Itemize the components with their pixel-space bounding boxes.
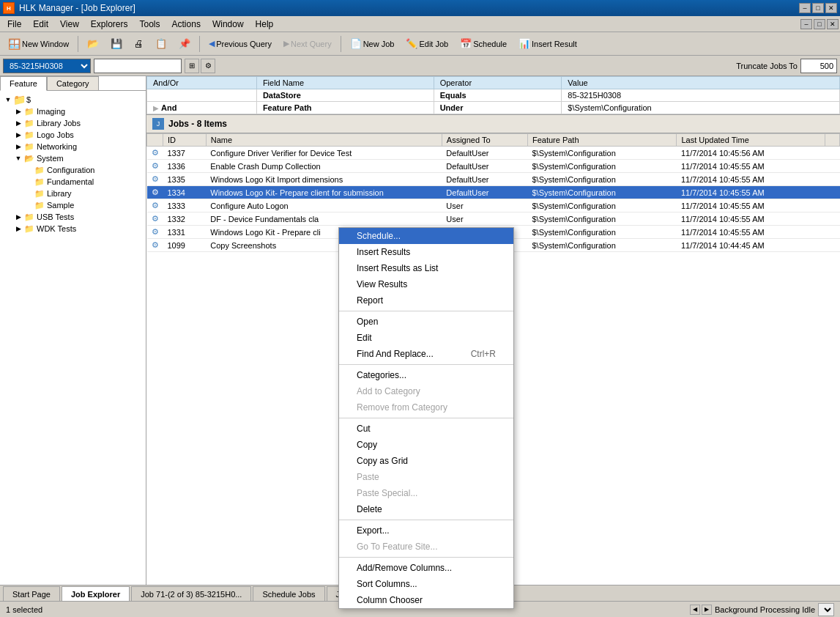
job-row-1332[interactable]: ⚙ 1332 DF - Device Fundamentals cla User…	[147, 213, 840, 226]
jobs-col-path[interactable]: Feature Path	[527, 134, 676, 147]
expand-root: ▼	[3, 96, 13, 103]
ctx-delete[interactable]: Delete	[339, 501, 513, 517]
edit-job-button[interactable]: ✏️ Edit Job	[401, 35, 453, 53]
tree-item-root[interactable]: ▼ 📁 $	[3, 94, 143, 106]
tree-item-sample[interactable]: 📁 Sample	[3, 199, 143, 211]
ctx-sort-columns[interactable]: Sort Columns...	[339, 576, 513, 592]
query-settings-icon[interactable]: ⚙	[201, 59, 215, 73]
ctx-remove-category[interactable]: Remove from Category	[339, 399, 513, 415]
job-path: $\System\Configuration	[527, 239, 676, 252]
job-assigned: DefaultUser	[442, 147, 527, 160]
menu-edit[interactable]: Edit	[27, 18, 54, 31]
tree-item-logo-jobs[interactable]: ▶ 📁 Logo Jobs	[3, 129, 143, 141]
ctx-insert-results-list[interactable]: Insert Results as List	[339, 260, 513, 276]
job-row-1335[interactable]: ⚙ 1335 Windows Logo Kit Import dimension…	[147, 173, 840, 186]
status-dropdown[interactable]	[818, 603, 834, 616]
job-path: $\System\Configuration	[527, 186, 676, 199]
print-button[interactable]: 🖨	[129, 35, 149, 53]
jobs-col-assigned[interactable]: Assigned To	[442, 134, 527, 147]
menu-tools[interactable]: Tools	[134, 18, 166, 31]
ctx-edit[interactable]: Edit	[339, 330, 513, 346]
ctx-copy[interactable]: Copy	[339, 437, 513, 453]
jobs-col-id[interactable]: ID	[163, 134, 207, 147]
query-icon-buttons: ⊞ ⚙	[185, 59, 215, 73]
tree-item-wdk-tests[interactable]: ▶ 📁 WDK Tests	[3, 223, 143, 234]
toolbar-separator-1	[78, 36, 78, 52]
close-button[interactable]: ✕	[825, 3, 837, 13]
ctx-add-category[interactable]: Add to Category	[339, 383, 513, 399]
tree-item-imaging[interactable]: ▶ 📁 Imaging	[3, 106, 143, 117]
tree-item-fundamental[interactable]: 📁 Fundamental	[3, 176, 143, 188]
ctx-view-results[interactable]: View Results	[339, 276, 513, 292]
new-window-button[interactable]: 🪟 New Window	[3, 35, 74, 53]
save-button[interactable]: 💾	[105, 35, 127, 53]
paste-button[interactable]: 📌	[174, 35, 196, 53]
job-row-1334[interactable]: ⚙ 1334 Windows Logo Kit- Prepare client …	[147, 186, 840, 199]
ctx-categories[interactable]: Categories...	[339, 367, 513, 383]
tree-item-library[interactable]: 📁 Library	[3, 188, 143, 199]
query-input[interactable]	[94, 59, 182, 73]
next-query-button[interactable]: ▶ Next Query	[278, 35, 337, 53]
menu-actions[interactable]: Actions	[166, 18, 207, 31]
tree-item-system[interactable]: ▼ 📂 System	[3, 152, 143, 164]
mdi-close[interactable]: ✕	[827, 19, 839, 29]
tree-item-configuration[interactable]: 📁 Configuration	[3, 164, 143, 176]
mdi-maximize[interactable]: □	[814, 19, 825, 29]
tree-item-library-jobs[interactable]: ▶ 📁 Library Jobs	[3, 117, 143, 129]
menu-window[interactable]: Window	[207, 18, 250, 31]
schedule-button[interactable]: 📅 Schedule	[455, 35, 512, 53]
nav-right[interactable]: ▶	[702, 605, 712, 615]
job-row-1333[interactable]: ⚙ 1333 Configure Auto Logon User $\Syste…	[147, 199, 840, 213]
tab-category[interactable]: Category	[47, 76, 99, 90]
ctx-find-replace[interactable]: Find And Replace...Ctrl+R	[339, 346, 513, 362]
previous-query-button[interactable]: ◀ Previous Query	[204, 35, 277, 53]
job-updated: 11/7/2014 10:45:55 AM	[677, 173, 825, 186]
tab-job-71[interactable]: Job 71-(2 of 3) 85-3215H0...	[131, 586, 251, 601]
tab-job-explorer[interactable]: Job Explorer	[62, 586, 130, 601]
ctx-sep-1	[339, 311, 513, 311]
library-jobs-folder-icon: 📁	[23, 118, 35, 128]
jobs-col-name[interactable]: Name	[206, 134, 442, 147]
ctx-add-remove-columns[interactable]: Add/Remove Columns...	[339, 560, 513, 576]
ctx-report[interactable]: Report	[339, 292, 513, 308]
ctx-column-chooser[interactable]: Column Chooser	[339, 592, 513, 608]
job-row-1337[interactable]: ⚙ 1337 Configure Driver Verifier for Dev…	[147, 147, 840, 160]
insert-result-button[interactable]: 📊 Insert Result	[513, 35, 582, 53]
ctx-schedule[interactable]: Schedule...	[339, 228, 513, 244]
menu-view[interactable]: View	[54, 18, 85, 31]
tab-schedule-jobs[interactable]: Schedule Jobs	[253, 586, 324, 601]
open-button[interactable]: 📂	[82, 35, 104, 53]
menu-file[interactable]: File	[1, 18, 27, 31]
cond1-field: DataStore	[256, 89, 434, 102]
nav-left[interactable]: ◀	[690, 605, 700, 615]
minimize-button[interactable]: –	[799, 3, 811, 13]
ctx-insert-results[interactable]: Insert Results	[339, 244, 513, 260]
ctx-open[interactable]: Open	[339, 314, 513, 330]
tab-start-page[interactable]: Start Page	[3, 586, 60, 601]
truncate-input[interactable]	[800, 59, 837, 73]
jobs-col-updated[interactable]: Last Updated Time	[677, 134, 825, 147]
expand-imaging: ▶	[13, 108, 23, 115]
tree-item-networking[interactable]: ▶ 📁 Networking	[3, 141, 143, 152]
ctx-cut[interactable]: Cut	[339, 421, 513, 437]
query-grid-icon[interactable]: ⊞	[185, 59, 199, 73]
tree-item-usb-tests[interactable]: ▶ 📁 USB Tests	[3, 211, 143, 223]
cond1-andor	[147, 89, 257, 102]
expand-library-jobs: ▶	[13, 119, 23, 127]
query-dropdown[interactable]: 85-3215H0308	[3, 59, 91, 73]
tab-feature[interactable]: Feature	[0, 76, 47, 91]
menu-help[interactable]: Help	[250, 18, 280, 31]
ctx-copy-grid[interactable]: Copy as Grid	[339, 453, 513, 469]
ctx-export[interactable]: Export...	[339, 522, 513, 539]
new-job-button[interactable]: 📄 New Job	[345, 35, 400, 53]
ctx-paste-special[interactable]: Paste Special...	[339, 485, 513, 501]
menu-explorers[interactable]: Explorers	[85, 18, 134, 31]
job-assigned: DefaultUser	[442, 160, 527, 173]
ctx-go-feature-site[interactable]: Go To Feature Site...	[339, 539, 513, 555]
mdi-minimize[interactable]: –	[800, 19, 812, 29]
copy-button[interactable]: 📋	[150, 35, 172, 53]
job-row-1336[interactable]: ⚙ 1336 Enable Crash Dump Collection Defa…	[147, 160, 840, 173]
ctx-paste[interactable]: Paste	[339, 469, 513, 485]
maximize-button[interactable]: □	[812, 3, 824, 13]
job-name: Enable Crash Dump Collection	[206, 160, 442, 173]
